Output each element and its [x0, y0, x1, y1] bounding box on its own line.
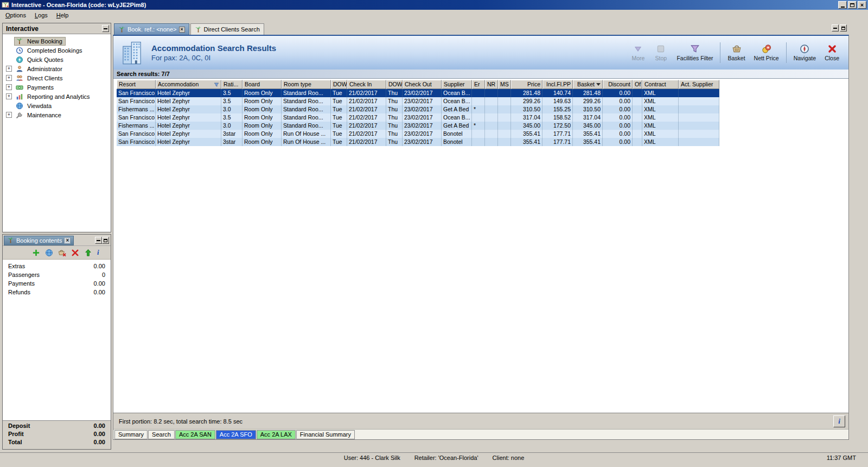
column-label: NR: [487, 80, 495, 89]
booking-panel-maximize-button[interactable]: [102, 237, 109, 244]
statusbar: User: 446 - Clark Silk Retailer: 'Ocean-…: [0, 452, 868, 462]
booking-row-payments: Payments0.00: [3, 280, 111, 289]
menu-item-logs[interactable]: Logs: [30, 11, 52, 20]
booking-row-label: Refunds: [8, 289, 30, 298]
add-icon[interactable]: [32, 249, 40, 257]
column-header-nr[interactable]: NR: [485, 80, 498, 89]
cell: 21/02/2017: [347, 89, 386, 97]
workspace-tab-summary[interactable]: Summary: [114, 430, 148, 439]
titlebar[interactable]: Interactive - Ocean-Florida (code: wLyJE…: [0, 0, 868, 10]
table-row[interactable]: San FranciscoHotel Zephyr3.5Room OnlySta…: [117, 97, 719, 105]
tool-facilities-filter[interactable]: Facilities Filter: [673, 42, 717, 63]
tab-direct-clients-search[interactable]: Direct Clients Search: [190, 23, 264, 35]
column-header-dow[interactable]: DOW: [386, 80, 403, 89]
column-header-price[interactable]: Price: [511, 80, 542, 89]
info-icon[interactable]: i: [97, 249, 104, 257]
tool-close[interactable]: Close: [821, 42, 843, 63]
tool-stop: Stop: [650, 42, 672, 63]
sidebar-item-reporting-and-analytics[interactable]: +Reporting and Analytics: [3, 92, 111, 101]
sidebar-item-payments[interactable]: +Payments: [3, 83, 111, 92]
table-row[interactable]: San FranciscoHotel Zephyr3starRoom OnlyR…: [117, 130, 719, 138]
cell: [498, 113, 511, 122]
workspace-tab-acc-2a-san[interactable]: Acc 2A SAN: [175, 430, 215, 439]
child-restore-button[interactable]: [840, 24, 847, 31]
table-row[interactable]: San FranciscoHotel Zephyr3.5Room OnlySta…: [117, 113, 719, 122]
sidebar-item-new-booking[interactable]: New Booking: [3, 36, 111, 46]
sidebar-item-maintenance[interactable]: +Maintenance: [3, 110, 111, 119]
tab-close-icon[interactable]: ×: [179, 27, 185, 33]
sidebar-item-completed-bookings[interactable]: Completed Bookings: [3, 46, 111, 55]
tool-nett-price[interactable]: Nett Price: [750, 42, 783, 63]
table-row[interactable]: Fishermans ...Hotel Zephyr3.0Room OnlySt…: [117, 105, 719, 113]
cell: [485, 105, 498, 113]
tab-book-ref-none[interactable]: Book. ref.: <none>×: [114, 23, 189, 35]
workspace-tab-financial-summary[interactable]: Financial Summary: [296, 430, 355, 439]
filter-icon[interactable]: [214, 82, 219, 87]
up-arrow-icon[interactable]: [84, 249, 92, 257]
main-area: Book. ref.: <none>×Direct Clients Search…: [113, 23, 849, 440]
cell: [679, 138, 719, 146]
column-header-contract[interactable]: Contract: [642, 80, 679, 89]
booking-contents-close-icon[interactable]: ×: [64, 237, 71, 244]
panel-collapse-button[interactable]: [102, 25, 109, 32]
column-header-ms[interactable]: MS: [498, 80, 511, 89]
column-header-of[interactable]: Of: [633, 80, 642, 89]
sidebar-item-administrator[interactable]: +Administrator: [3, 64, 111, 73]
clock-icon: [16, 47, 23, 54]
globe-icon[interactable]: [45, 249, 53, 257]
menu-item-options[interactable]: Options: [1, 11, 30, 20]
column-header-board[interactable]: Board: [242, 80, 282, 89]
expand-icon[interactable]: +: [6, 75, 12, 81]
workspace-tab-search[interactable]: Search: [148, 430, 175, 439]
workspace-tab-acc-2a-lax[interactable]: Acc 2A LAX: [257, 430, 296, 439]
column-header-er[interactable]: Er: [472, 80, 485, 89]
cell: [633, 97, 642, 105]
column-header-discount[interactable]: Discount: [603, 80, 633, 89]
workspace-tab-acc-2a-sfo[interactable]: Acc 2A SFO: [216, 430, 256, 439]
column-header-basket[interactable]: Basket: [573, 80, 603, 89]
cell: 158.52: [542, 113, 573, 122]
tool-label: Facilities Filter: [676, 55, 713, 61]
column-label: DOW: [333, 80, 347, 89]
maximize-button[interactable]: [848, 1, 857, 9]
table-row[interactable]: San FranciscoHotel Zephyr3starRoom OnlyR…: [117, 138, 719, 146]
child-minimize-button[interactable]: [832, 24, 839, 31]
column-header-room-type[interactable]: Room type: [282, 80, 331, 89]
column-header-act-supplier[interactable]: Act. Supplier: [679, 80, 719, 89]
booking-total-label: Deposit: [8, 422, 30, 431]
tool-basket[interactable]: Basket: [724, 42, 749, 63]
expand-icon[interactable]: +: [6, 66, 12, 72]
expand-icon[interactable]: +: [6, 84, 12, 90]
menu-item-help[interactable]: Help: [52, 11, 73, 20]
column-header-dow[interactable]: DOW: [331, 80, 347, 89]
column-header-supplier[interactable]: Supplier: [442, 80, 472, 89]
sidebar-item-direct-clients[interactable]: +Direct Clients: [3, 73, 111, 83]
tool-navigate[interactable]: Navigate: [790, 42, 820, 63]
column-header-resort[interactable]: Resort: [117, 80, 156, 89]
navigation-tree: New BookingCompleted BookingsQuick Quote…: [3, 34, 111, 232]
expand-icon[interactable]: +: [6, 93, 12, 99]
minimize-button[interactable]: [838, 1, 847, 9]
basket-remove-icon[interactable]: [58, 249, 66, 257]
column-header-incl-fl-pp[interactable]: Incl.Fl.PP: [542, 80, 573, 89]
close-button[interactable]: ×: [858, 1, 866, 9]
cell: 21/02/2017: [347, 138, 386, 146]
booking-contents-tab[interactable]: Booking contents ×: [4, 236, 74, 245]
column-header-check-out[interactable]: Check Out: [403, 80, 442, 89]
delete-icon[interactable]: [71, 249, 79, 257]
cell: [633, 89, 642, 97]
booking-panel-minimize-button[interactable]: [95, 237, 102, 244]
table-row[interactable]: Fishermans ...Hotel Zephyr3.0Room OnlySt…: [117, 122, 719, 130]
table-row[interactable]: San FranciscoHotel Zephyr3.5Room OnlySta…: [117, 89, 719, 97]
expand-icon[interactable]: +: [6, 112, 12, 118]
sidebar-item-quick-quotes[interactable]: Quick Quotes: [3, 55, 111, 64]
cell: [633, 122, 642, 130]
sidebar-item-viewdata[interactable]: Viewdata: [3, 101, 111, 110]
column-label: Accommodation: [158, 80, 199, 89]
column-header-accommodation[interactable]: Accommodation: [156, 80, 221, 89]
column-header-check-in[interactable]: Check In: [347, 80, 386, 89]
cell: 317.04: [511, 113, 542, 122]
column-header-rati[interactable]: Rati...: [221, 80, 242, 89]
info-button[interactable]: i: [833, 415, 845, 427]
booking-row-label: Extras: [8, 263, 25, 272]
